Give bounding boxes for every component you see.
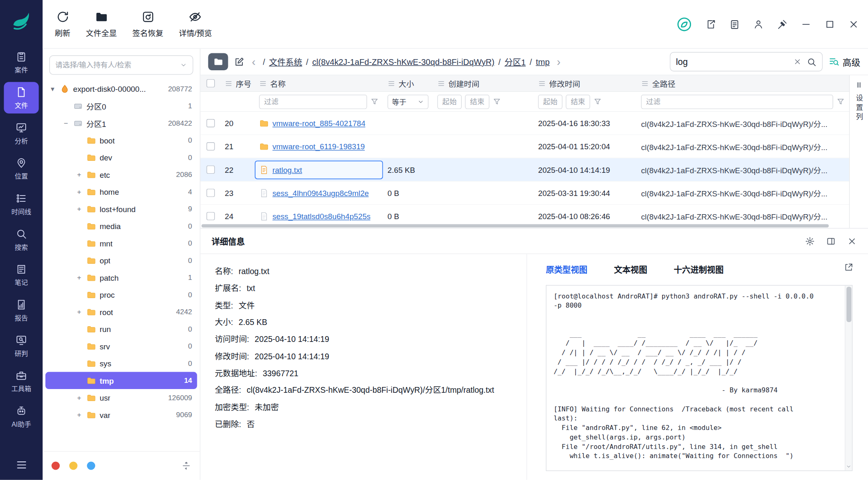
tree-expander[interactable]: − [62,119,70,127]
modified-start-input[interactable] [538,94,562,109]
tree-expander[interactable]: + [75,188,83,196]
created-start-input[interactable] [438,94,462,109]
pin-icon[interactable] [777,19,788,30]
sidebar-item[interactable]: 位置 [4,153,38,184]
tree-node[interactable]: + home 4 [45,183,197,200]
breadcrumb-link[interactable]: 文件系统 [269,56,302,67]
tag-blue-dot[interactable] [87,461,95,470]
preview-tab[interactable]: 原类型视图 [546,263,587,275]
tree-node[interactable]: boot 0 [45,132,197,149]
name-filter-input[interactable] [259,94,367,109]
sidebar-item[interactable]: 笔记 [4,259,38,291]
tree-node[interactable]: + patch 1 [45,269,197,286]
size-operator-select[interactable]: 等于 [387,94,428,109]
file-name-link[interactable]: sess_19tatlsd0s8u6h4p525s [273,212,371,220]
funnel-icon[interactable] [837,98,845,106]
sidebar-item[interactable]: AI助手 [4,401,38,432]
folder-view-button[interactable] [208,53,228,70]
table-row[interactable]: 20 vmware-root_885-4021784 2025-04-16 18… [201,112,849,135]
tag-yellow-dot[interactable] [69,461,77,470]
search-input[interactable] [676,57,789,67]
tree-node[interactable]: + lost+found 9 [45,201,197,217]
horizontal-scrollbar-thumb[interactable] [201,224,829,227]
tree-expander[interactable]: ▾ [49,85,57,93]
column-header-no[interactable]: 序号 [220,78,255,89]
tree-expander[interactable]: + [75,273,83,282]
horizontal-scrollbar[interactable] [201,223,849,228]
tree-node[interactable]: proc 0 [45,286,197,303]
tree-node[interactable]: + usr 126009 [45,389,197,406]
row-checkbox[interactable] [206,142,215,150]
clear-search-icon[interactable] [793,57,801,66]
column-header-path[interactable]: 全路径 [637,78,849,89]
table-row[interactable]: 23 sess_4lhn09t43ugp8c9ml2e 0 B 2025-03-… [201,181,849,205]
column-header-modified[interactable]: 修改时间 [534,78,637,89]
sidebar-item[interactable]: 研判 [4,330,38,361]
row-checkbox[interactable] [206,212,215,220]
edit-path-icon[interactable] [234,56,245,67]
details-settings-icon[interactable] [805,236,815,246]
row-checkbox[interactable] [206,119,215,127]
scroll-down-arrow-icon[interactable] [846,464,851,470]
export-icon[interactable] [705,19,717,30]
tree-node[interactable]: 分区0 1 [45,98,197,115]
tree-node[interactable]: media 0 [45,217,197,234]
preview-scrollbar[interactable] [845,286,852,470]
toolbar-button[interactable]: 刷新 [55,10,70,38]
chevron-down-icon[interactable] [180,62,187,69]
breadcrumb-link[interactable]: cl(8v4k2J-1aFd-ZRXS-hKwE-30qd-b8Fi-iDqWy… [312,57,495,67]
tag-red-dot[interactable] [51,461,60,470]
tree-node[interactable]: tmp 14 [45,372,197,389]
preview-tab[interactable]: 十六进制视图 [674,263,724,275]
sidebar-item[interactable]: 分析 [4,117,38,149]
sidebar-item[interactable]: 搜索 [4,224,38,255]
row-checkbox[interactable] [206,189,215,197]
tree-node[interactable]: srv 0 [45,338,197,355]
tree-node[interactable]: run 0 [45,320,197,337]
funnel-icon[interactable] [371,98,379,106]
tree-node[interactable]: + var 9069 [45,406,197,423]
file-name-link[interactable]: ratlog.txt [273,165,302,174]
holder-search-combobox[interactable] [49,55,193,75]
sidebar-item[interactable]: 报告 [4,294,38,326]
table-row[interactable]: 24 sess_19tatlsd0s8u6h4p525s 0 B 2025-04… [201,205,849,223]
sidebar-item[interactable]: 工具箱 [4,365,38,397]
minimize-button[interactable] [801,19,812,30]
details-close-icon[interactable] [847,236,857,246]
tree-node[interactable]: ▾ export-disk0-00000... 208772 [45,80,197,97]
nav-back-icon[interactable]: ‹ [250,56,257,67]
file-name-link[interactable]: vmware-root_885-4021784 [273,119,366,127]
tree-expander[interactable]: + [75,394,83,402]
report-form-icon[interactable] [729,19,740,30]
nav-forward-icon[interactable]: › [555,56,562,67]
tree-node[interactable]: − 分区1 208422 [45,115,197,131]
column-settings-rail[interactable]: 设置列 [849,75,868,228]
holder-search-input[interactable] [55,61,177,69]
path-filter-input[interactable] [641,94,833,109]
column-menu-icon[interactable] [259,79,267,87]
preview-tab[interactable]: 文本视图 [614,263,647,275]
sidebar-menu-button[interactable] [0,453,43,480]
column-header-created[interactable]: 创建时间 [433,78,534,89]
panel-resize-handle[interactable] [182,461,191,470]
select-all-checkbox[interactable] [206,79,215,87]
funnel-icon[interactable] [593,98,602,106]
table-row[interactable]: 22 ratlog.txt 2.65 KB 2025-04-10 14:14:1… [201,158,849,181]
tree-node[interactable]: opt 0 [45,252,197,269]
file-name-link[interactable]: vmware-root_6119-198319 [273,142,365,150]
sidebar-item[interactable]: 文件 [4,82,38,113]
column-menu-icon[interactable] [438,79,445,87]
column-menu-icon[interactable] [538,79,546,87]
search-icon[interactable] [806,57,816,67]
details-layout-icon[interactable] [826,236,836,246]
tree-expander[interactable]: + [75,205,83,213]
tree-expander[interactable]: + [75,308,83,316]
table-row[interactable]: 21 vmware-root_6119-198319 2025-04-01 15… [201,135,849,158]
column-menu-icon[interactable] [387,79,395,87]
advanced-search-button[interactable]: 高级 [828,55,861,68]
sidebar-item[interactable]: 案件 [4,46,38,78]
column-menu-icon[interactable] [641,79,649,87]
toolbar-button[interactable]: 详情/预览 [179,10,212,38]
column-header-size[interactable]: 大小 [383,78,433,89]
sidebar-item[interactable]: 时间线 [4,188,38,220]
